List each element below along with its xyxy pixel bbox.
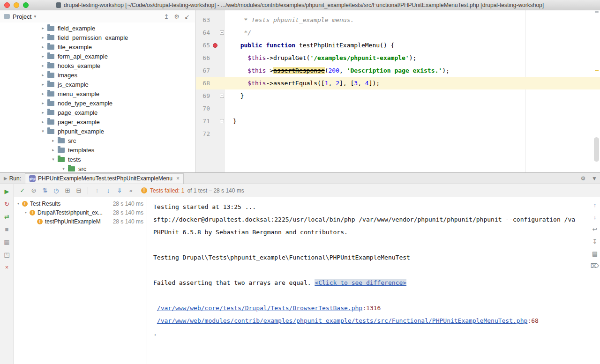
previous-occurrence-icon[interactable]: ↑ (93, 187, 101, 194)
chevron-right-icon[interactable]: ▸ (40, 101, 45, 105)
code-line[interactable] (225, 105, 237, 112)
file-link[interactable]: /var/www/web/modules/contrib/examples/ph… (157, 317, 528, 324)
fold-icon[interactable]: − (220, 119, 224, 123)
chevron-right-icon[interactable]: ▸ (40, 54, 45, 59)
chevron-right-icon[interactable]: ▸ (40, 73, 45, 77)
tree-item-tests[interactable]: ▾tests (0, 155, 195, 164)
chevron-right-icon[interactable]: ▸ (51, 138, 56, 143)
tree-item-field_example[interactable]: ▸field_example (0, 23, 195, 33)
sort-alphabetically-icon[interactable]: ⇅ (41, 187, 49, 194)
expand-all-icon[interactable]: ⊞ (64, 187, 71, 194)
close-icon[interactable]: × (3, 263, 11, 271)
test-failed-gutter-icon[interactable] (213, 43, 218, 48)
warning-stripe-mark[interactable] (595, 70, 599, 71)
error-stripe-mark[interactable] (595, 11, 599, 13)
chevron-right-icon[interactable]: ▸ (40, 91, 45, 96)
chevron-down-icon[interactable]: ▾ (23, 210, 28, 215)
test-tree-item[interactable]: ▾!Test Results28 s 140 ms (14, 199, 147, 208)
scroll-to-end-icon[interactable]: ↧ (591, 238, 599, 245)
line-number[interactable]: 68 (199, 80, 210, 87)
test-tree-item[interactable]: ▾!Drupal\Tests\phpunit_ex...28 s 140 ms (14, 208, 147, 217)
show-passed-icon[interactable]: ✓ (19, 187, 26, 194)
sort-by-duration-icon[interactable]: ◷ (52, 187, 60, 194)
code-line[interactable]: $this->assertEquals([1, 2], [3, 4]); (225, 80, 380, 87)
chevron-right-icon[interactable]: ▸ (40, 45, 45, 49)
restore-layout-icon[interactable]: ▦ (3, 238, 11, 245)
code-line[interactable] (225, 130, 237, 137)
pin-tab-icon[interactable]: ◳ (3, 251, 11, 258)
more-chevron-icon[interactable]: » (127, 187, 135, 194)
chevron-down-icon[interactable]: ▾ (34, 14, 36, 19)
clear-all-icon[interactable]: ⌦ (591, 262, 599, 269)
tree-item-js_example[interactable]: ▸js_example (0, 80, 195, 89)
fold-icon[interactable]: − (220, 30, 224, 35)
tree-item-page_example[interactable]: ▸page_example (0, 108, 195, 117)
minimize-button[interactable] (14, 2, 19, 8)
show-ignored-icon[interactable]: ⊘ (30, 187, 38, 194)
editor-scrollbar-thumb[interactable] (594, 137, 599, 162)
tree-item-field_permission_example[interactable]: ▸field_permission_example (0, 33, 195, 42)
chevron-right-icon[interactable]: ▸ (40, 119, 45, 124)
chevron-right-icon[interactable]: ▸ (40, 63, 45, 68)
line-number[interactable]: 66 (199, 54, 210, 61)
line-number[interactable]: 69 (199, 92, 210, 99)
tree-item-templates[interactable]: ▸templates (0, 145, 195, 155)
tree-item-phpunit_example[interactable]: ▾phpunit_example (0, 126, 195, 136)
code-line[interactable]: public function testPhpUnitExampleMenu()… (225, 42, 394, 49)
print-icon[interactable]: ▤ (591, 250, 599, 257)
down-stack-trace-icon[interactable]: ↓ (591, 213, 599, 221)
next-occurrence-icon[interactable]: ↓ (105, 187, 112, 194)
up-stack-trace-icon[interactable]: ↑ (591, 201, 599, 208)
file-link[interactable]: /var/www/web/core/tests/Drupal/Tests/Bro… (157, 305, 362, 312)
code-line[interactable]: } (225, 92, 244, 99)
hide-panel-icon[interactable]: ↙ (182, 12, 192, 21)
collapse-all-icon[interactable]: ⊟ (75, 187, 82, 194)
settings-icon[interactable]: ⚙ (172, 12, 182, 21)
close-button[interactable] (4, 2, 10, 8)
code-line[interactable]: $this->drupalGet('/examples/phpunit-exam… (225, 54, 416, 61)
collapse-all-icon[interactable]: ↥ (161, 12, 172, 21)
chevron-right-icon[interactable]: ▸ (51, 148, 56, 152)
line-number[interactable]: 71 (199, 118, 210, 125)
stop-icon[interactable]: ■ (3, 225, 11, 233)
tree-item-hooks_example[interactable]: ▸hooks_example (0, 61, 195, 70)
tree-item-form_api_example[interactable]: ▸form_api_example (0, 52, 195, 61)
diff-link[interactable]: <Click to see difference> (315, 279, 406, 286)
settings-icon[interactable]: ⚙ (578, 175, 589, 182)
toggle-auto-test-icon[interactable]: ⇄ (3, 213, 11, 220)
chevron-right-icon[interactable]: ▸ (40, 26, 45, 30)
code-line[interactable]: } (225, 118, 237, 125)
chevron-right-icon[interactable]: ▸ (40, 110, 45, 115)
line-number[interactable]: 70 (199, 105, 210, 112)
chevron-down-icon[interactable]: ▾ (40, 129, 45, 134)
chevron-down-icon[interactable]: ▾ (61, 166, 66, 171)
run-tab[interactable]: php PHPUnitExampleMenuTest.testPhpUnitEx… (25, 173, 184, 184)
soft-wrap-icon[interactable]: ↩ (591, 225, 599, 233)
hide-panel-icon[interactable]: ▼ (589, 175, 600, 182)
test-tree-item[interactable]: !testPhpUnitExampleM28 s 140 ms (14, 217, 147, 226)
code-line[interactable]: */ (225, 29, 251, 36)
chevron-right-icon[interactable]: ▸ (40, 35, 45, 40)
line-number[interactable]: 72 (199, 130, 210, 137)
import-test-results-icon[interactable]: ⇓ (116, 187, 123, 194)
code-line[interactable]: * Tests phpunit_example menus. (225, 16, 354, 23)
run-tab-title[interactable]: PHPUnitExampleMenuTest.testPhpUnitExampl… (38, 175, 172, 182)
fold-icon[interactable]: − (220, 94, 224, 98)
tree-item-pager_example[interactable]: ▸pager_example (0, 117, 195, 126)
tree-item-menu_example[interactable]: ▸menu_example (0, 89, 195, 98)
tree-item-src[interactable]: ▾src (0, 164, 195, 172)
project-panel-title[interactable]: Project (13, 13, 31, 20)
rerun-failed-tests-icon[interactable]: ↻ (3, 200, 11, 208)
line-number[interactable]: 65 (199, 42, 210, 49)
tree-item-src[interactable]: ▸src (0, 136, 195, 145)
rerun-icon[interactable]: ▶ (3, 187, 11, 195)
zoom-button[interactable] (23, 2, 29, 8)
chevron-right-icon[interactable]: ▸ (40, 82, 45, 87)
line-number[interactable]: 64 (199, 29, 210, 36)
line-number[interactable]: 67 (199, 67, 210, 74)
chevron-down-icon[interactable]: ▾ (16, 201, 21, 206)
line-number[interactable]: 63 (199, 16, 210, 23)
chevron-down-icon[interactable]: ▾ (51, 157, 56, 162)
tree-item-node_type_example[interactable]: ▸node_type_example (0, 98, 195, 108)
code-line[interactable]: $this->assertResponse(200, 'Description … (225, 67, 450, 74)
